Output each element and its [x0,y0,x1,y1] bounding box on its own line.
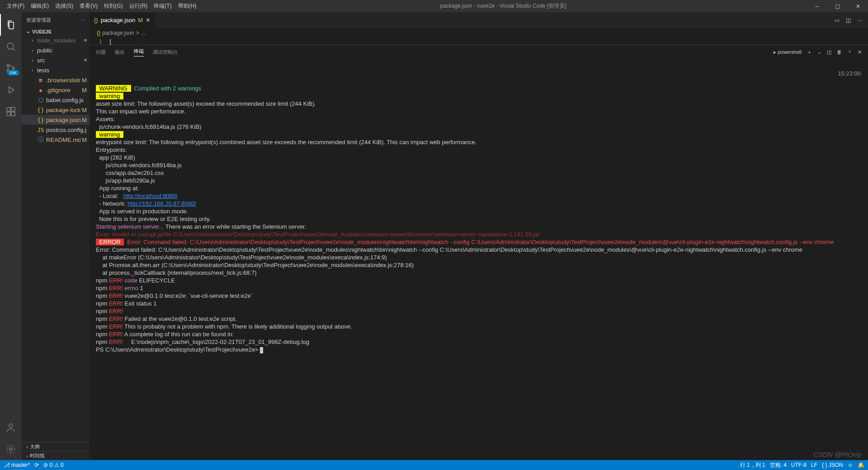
tree-item-package-lock-json[interactable]: {}package-lock.jsonM [22,105,90,115]
status-sync[interactable]: ⟳ [34,462,39,468]
explorer-sidebar: 资源管理器 ··· ⌄ VUEE2E ›node_modules›public›… [22,12,90,460]
tree-item-node_modules[interactable]: ›node_modules [22,35,90,45]
tree-item-src[interactable]: ›src [22,55,90,65]
menu-file[interactable]: 文件(F) [4,0,28,12]
tree-item-package-json[interactable]: {}package.jsonM [22,115,90,125]
svg-point-0 [7,43,14,49]
menu-view[interactable]: 查看(V) [76,0,101,12]
status-cursor-pos[interactable]: 行 1，列 1 [740,461,765,469]
menu-edit[interactable]: 编辑(E) [28,0,52,12]
status-encoding[interactable]: UTF-8 [791,462,807,468]
panel-tab-output[interactable]: 输出 [115,49,125,56]
line-number: 1 [96,38,109,45]
root-label: VUEE2E [32,29,52,34]
svg-point-3 [13,67,15,70]
activity-search[interactable] [0,36,22,57]
menu-bar: 文件(F) 编辑(E) 选择(S) 查看(V) 转到(G) 运行(R) 终端(T… [0,0,199,12]
panel-tab-debug[interactable]: 调试控制台 [153,49,178,56]
status-feedback-icon[interactable]: ☺ [848,462,853,468]
activity-extensions[interactable] [0,101,22,122]
status-eol[interactable]: LF [811,462,817,468]
menu-run[interactable]: 运行(R) [126,0,151,12]
breadcrumb[interactable]: {} package.json > ... [90,28,868,38]
svg-rect-7 [11,108,15,111]
menu-terminal[interactable]: 终端(T) [151,0,175,12]
tree-item--gitignore[interactable]: ◆.gitignoreM [22,85,90,95]
terminal-output[interactable]: 15:23:00 WARNING Compiled with 2 warning… [90,59,868,460]
json-file-icon: {} [97,30,100,36]
panel-tab-terminal[interactable]: 终端 [134,48,144,56]
panel-tabs: 问题 输出 终端 调试控制台 ▸ powershell ＋ ⌄ ◫ 🗑 ＾ ✕ [90,45,868,59]
tree-item-tests[interactable]: ›tests [22,65,90,75]
panel-tab-problems[interactable]: 问题 [96,49,106,56]
status-notifications-icon[interactable]: 🔔 [858,462,864,468]
timestamp: 15:23:00 [838,70,861,77]
activity-account[interactable] [0,417,22,438]
scm-badge: 10K [7,70,19,75]
terminal-shell-select[interactable]: ▸ powershell [774,49,802,55]
menu-go[interactable]: 转到(G) [101,0,126,12]
panel-close-icon[interactable]: ✕ [858,49,862,55]
svg-point-9 [9,448,12,451]
menu-selection[interactable]: 选择(S) [52,0,76,12]
tree-item-public[interactable]: ›public [22,45,90,55]
tab-close-icon[interactable]: ✕ [146,17,151,24]
panel-maximize-icon[interactable]: ＾ [847,49,852,56]
status-indent[interactable]: 空格: 4 [770,461,787,469]
svg-point-8 [9,424,13,428]
window-title: package.json - vuee2e - Visual Studio Co… [199,2,807,10]
status-language[interactable]: { } JSON [822,462,843,468]
chevron-down-icon: ⌄ [26,28,30,34]
file-tree: ›node_modules›public›src›tests≡.browsers… [22,35,90,442]
status-bar: ⎇ master* ⟳ ⊘ 0 ⚠ 0 行 1，列 1 空格: 4 UTF-8 … [0,460,868,470]
activity-settings[interactable] [0,438,22,460]
tree-item-babel-config-js[interactable]: ⬡babel.config.js [22,95,90,105]
status-problems[interactable]: ⊘ 0 ⚠ 0 [43,462,63,468]
split-editor-icon[interactable]: ◫ [846,17,851,24]
code-text: { [109,38,111,45]
timeline-section[interactable]: ›时间线 [22,451,90,460]
activity-bar: 10K [0,12,22,460]
editor-tabs: {} package.json M ✕ ▭ ◫ ··· [90,12,868,28]
terminal-new-icon[interactable]: ＋ [807,49,812,56]
editor-area: {} package.json M ✕ ▭ ◫ ··· {} package.j… [90,12,868,460]
folder-root[interactable]: ⌄ VUEE2E [22,28,90,35]
tab-status: M [138,17,143,24]
editor-more-icon[interactable]: ··· [857,17,862,24]
window-close-button[interactable]: ✕ [848,0,868,12]
terminal-kill-icon[interactable]: 🗑 [837,49,842,55]
terminal-dropdown-icon[interactable]: ⌄ [817,49,821,55]
outline-section[interactable]: ›大纲 [22,442,90,451]
sidebar-title: 资源管理器 [26,17,51,24]
window-maximize-button[interactable]: ▢ [827,0,848,12]
activity-explorer[interactable] [0,14,22,36]
svg-rect-6 [11,112,15,116]
activity-scm[interactable]: 10K [0,57,22,79]
activity-run-debug[interactable] [0,79,22,101]
code-line[interactable]: 1 { [90,38,868,45]
svg-point-1 [7,65,9,67]
sidebar-more-icon[interactable]: ··· [81,17,85,23]
json-file-icon: {} [94,17,98,24]
panel: 问题 输出 终端 调试控制台 ▸ powershell ＋ ⌄ ◫ 🗑 ＾ ✕ … [90,45,868,460]
status-branch[interactable]: ⎇ master* [4,462,30,468]
tree-item-README-md[interactable]: ⓘREADME.mdM [22,135,90,145]
tab-package-json[interactable]: {} package.json M ✕ [90,12,155,28]
svg-rect-4 [7,108,10,111]
toggle-minimap-icon[interactable]: ▭ [835,17,840,24]
tree-item--browserslistrc[interactable]: ≡.browserslistrcM [22,75,90,85]
tree-item-postcss-config-js[interactable]: JSpostcss.config.js [22,125,90,135]
terminal-split-icon[interactable]: ◫ [827,49,831,55]
tab-label: package.json [101,17,136,24]
title-bar: 文件(F) 编辑(E) 选择(S) 查看(V) 转到(G) 运行(R) 终端(T… [0,0,868,12]
window-minimize-button[interactable]: ─ [807,0,827,12]
menu-help[interactable]: 帮助(H) [175,0,200,12]
svg-rect-5 [7,112,10,116]
